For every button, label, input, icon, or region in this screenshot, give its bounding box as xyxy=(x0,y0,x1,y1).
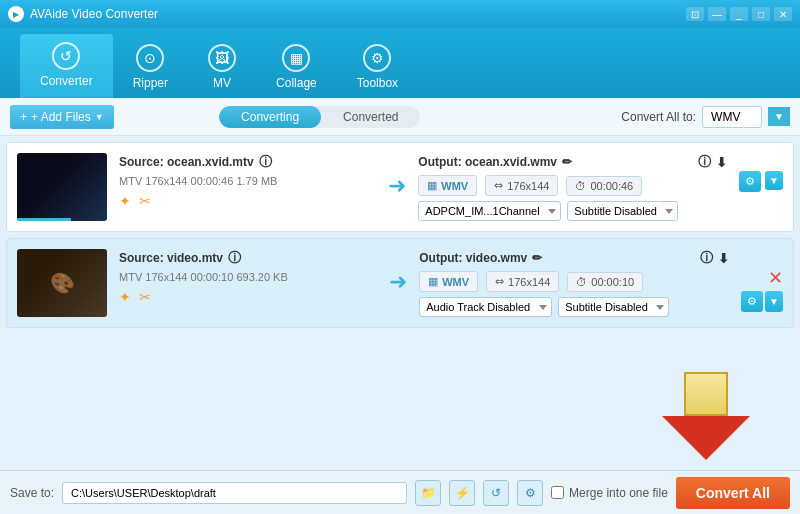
close-btn-2[interactable]: ✕ xyxy=(768,267,783,289)
nav-item-ripper[interactable]: ⊙ Ripper xyxy=(113,36,188,98)
big-arrow-container xyxy=(662,372,750,460)
mv-icon: 🖼 xyxy=(208,44,236,72)
convert-all-button[interactable]: Convert All xyxy=(676,477,790,509)
action-btn-group-1: ⚙ ▼ xyxy=(739,153,783,192)
nav-mv-label: MV xyxy=(213,76,231,90)
more-btn-2[interactable]: ▼ xyxy=(765,291,783,312)
output-format-row-1: ▦ WMV ⇔ 176x144 ⏱ 00:00:46 xyxy=(418,175,727,196)
save-path-input[interactable] xyxy=(62,482,407,504)
edit-output-icon-1[interactable]: ✏ xyxy=(562,155,572,169)
merge-checkbox-label[interactable]: Merge into one file xyxy=(551,486,668,500)
encode-btn-1[interactable]: ⚙ xyxy=(739,171,761,192)
output-name-1: Output: ocean.xvid.wmv xyxy=(418,155,557,169)
nav-item-toolbox[interactable]: ⚙ Toolbox xyxy=(337,36,418,98)
source-info-icon-1[interactable]: ⓘ xyxy=(259,153,272,171)
title-bar-btn-chat[interactable]: ⊡ xyxy=(686,7,704,21)
arrow-section-2: ➜ xyxy=(389,249,407,295)
output-download-icon-2[interactable]: ⬇ xyxy=(718,251,729,266)
output-format-badge-2: ▦ WMV xyxy=(419,271,478,292)
title-bar-btn-minimize[interactable]: _ xyxy=(730,7,748,21)
more-btn-1[interactable]: ▼ xyxy=(765,171,783,190)
flash-btn[interactable]: ⚡ xyxy=(449,480,475,506)
audio-track-select-1[interactable]: ADPCM_IM...1Channel xyxy=(418,201,561,221)
format-select[interactable]: WMV MP4 AVI xyxy=(702,106,762,128)
collage-icon: ▦ xyxy=(282,44,310,72)
output-header-2: Output: video.wmv ✏ ⓘ ⬇ xyxy=(419,249,729,267)
output-format-row-2: ▦ WMV ⇔ 176x144 ⏱ 00:00:10 xyxy=(419,271,729,292)
file-row-2: 🎨 Source: video.mtv ⓘ MTV 176x144 00:00:… xyxy=(6,238,794,328)
tab-group: Converting Converted xyxy=(219,106,420,128)
grid-icon-1: ▦ xyxy=(427,179,437,192)
bottom-bar: Save to: 📁 ⚡ ↺ ⚙ Merge into one file Con… xyxy=(0,470,800,514)
add-icon: + xyxy=(20,110,27,124)
title-bar-btn-menu[interactable]: — xyxy=(708,7,726,21)
audio-track-select-2[interactable]: Audio Track Disabled xyxy=(419,297,552,317)
clock-icon-2: ⏱ xyxy=(576,276,587,288)
file-meta-1: MTV 176x144 00:00:46 1.79 MB xyxy=(119,175,376,187)
output-name-2: Output: video.wmv xyxy=(419,251,527,265)
file-info-1: Source: ocean.xvid.mtv ⓘ MTV 176x144 00:… xyxy=(119,153,376,209)
output-dropdowns-1: ADPCM_IM...1Channel Subtitle Disabled xyxy=(418,201,727,221)
arrow-head xyxy=(662,416,750,460)
cut-icon-1[interactable]: ✦ xyxy=(119,193,131,209)
thumbnail-2: 🎨 xyxy=(17,249,107,317)
output-download-icon-1[interactable]: ⬇ xyxy=(716,155,727,170)
output-dur-badge-1: ⏱ 00:00:46 xyxy=(566,176,642,196)
output-dur-badge-2: ⏱ 00:00:10 xyxy=(567,272,643,292)
subtitle-select-1[interactable]: Subtitle Disabled xyxy=(567,201,678,221)
save-to-label: Save to: xyxy=(10,486,54,500)
scissors-icon-1[interactable]: ✂ xyxy=(139,193,151,209)
add-files-button[interactable]: + + Add Files ▼ xyxy=(10,105,114,129)
output-info-icon-2[interactable]: ⓘ xyxy=(700,249,713,267)
output-section-2: Output: video.wmv ✏ ⓘ ⬇ ▦ WMV ⇔ 176x144 xyxy=(419,249,729,317)
nav-bar: ↺ Converter ⊙ Ripper 🖼 MV ▦ Collage ⚙ To… xyxy=(0,28,800,98)
merge-checkbox-input[interactable] xyxy=(551,486,564,499)
nav-item-collage[interactable]: ▦ Collage xyxy=(256,36,337,98)
edit-output-icon-2[interactable]: ✏ xyxy=(532,251,542,265)
action-btn-group-2: ✕ ⚙ ▼ xyxy=(741,249,783,312)
title-bar-btn-maximize[interactable]: □ xyxy=(752,7,770,21)
source-info-icon-2[interactable]: ⓘ xyxy=(228,249,241,267)
add-files-label: + Add Files xyxy=(31,110,91,124)
main-content: Source: ocean.xvid.mtv ⓘ MTV 176x144 00:… xyxy=(0,136,800,470)
nav-item-converter[interactable]: ↺ Converter xyxy=(20,34,113,98)
app-title: AVAide Video Converter xyxy=(30,7,158,21)
add-files-dropdown-arrow: ▼ xyxy=(95,112,104,122)
nav-toolbox-label: Toolbox xyxy=(357,76,398,90)
file-actions-1: ✦ ✂ xyxy=(119,193,376,209)
cut-icon-2[interactable]: ✦ xyxy=(119,289,131,305)
clock-icon-1: ⏱ xyxy=(575,180,586,192)
arrow-right-2: ➜ xyxy=(389,269,407,295)
nav-item-mv[interactable]: 🖼 MV xyxy=(188,36,256,98)
arrow-right-1: ➜ xyxy=(388,173,406,199)
scissors-icon-2[interactable]: ✂ xyxy=(139,289,151,305)
tab-converted[interactable]: Converted xyxy=(321,106,420,128)
nav-converter-label: Converter xyxy=(40,74,93,88)
refresh-btn[interactable]: ↺ xyxy=(483,480,509,506)
file-meta-2: MTV 176x144 00:00:10 693.20 KB xyxy=(119,271,377,283)
encode-btn-2[interactable]: ⚙ xyxy=(741,291,763,312)
title-bar: AVAide Video Converter ⊡ — _ □ ✕ xyxy=(0,0,800,28)
output-info-icon-1[interactable]: ⓘ xyxy=(698,153,711,171)
file-actions-2: ✦ ✂ xyxy=(119,289,377,305)
tab-converting[interactable]: Converting xyxy=(219,106,321,128)
app-logo xyxy=(8,6,24,22)
file-info-2: Source: video.mtv ⓘ MTV 176x144 00:00:10… xyxy=(119,249,377,305)
arrow-shaft xyxy=(684,372,728,416)
settings-btn[interactable]: ⚙ xyxy=(517,480,543,506)
title-bar-btn-close[interactable]: ✕ xyxy=(774,7,792,21)
file-source-2: Source: video.mtv ⓘ xyxy=(119,249,377,267)
subtitle-select-2[interactable]: Subtitle Disabled xyxy=(558,297,669,317)
converter-icon: ↺ xyxy=(52,42,80,70)
output-res-badge-2: ⇔ 176x144 xyxy=(486,271,559,292)
file-source-name-2: Source: video.mtv xyxy=(119,251,223,265)
format-dropdown-arrow[interactable]: ▼ xyxy=(768,107,790,126)
resize-icon-1: ⇔ xyxy=(494,179,503,192)
browse-folder-btn[interactable]: 📁 xyxy=(415,480,441,506)
toolbar: + + Add Files ▼ Converting Converted Con… xyxy=(0,98,800,136)
convert-all-to-label: Convert All to: xyxy=(621,110,696,124)
nav-collage-label: Collage xyxy=(276,76,317,90)
convert-all-to-group: Convert All to: WMV MP4 AVI ▼ xyxy=(621,106,790,128)
nav-ripper-label: Ripper xyxy=(133,76,168,90)
title-bar-left: AVAide Video Converter xyxy=(8,6,158,22)
